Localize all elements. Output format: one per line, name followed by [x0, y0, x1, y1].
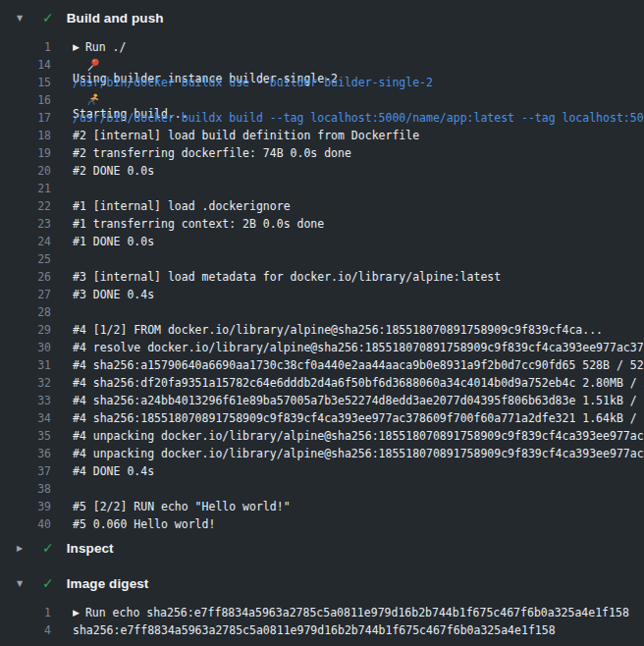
- line-number[interactable]: 28: [0, 305, 51, 319]
- line-number[interactable]: 18: [0, 129, 51, 142]
- log-line: 33 #4 sha256:a24bb4013296f61e89ba57005a7…: [0, 392, 644, 409]
- success-check-icon: ✓: [42, 540, 54, 556]
- line-number[interactable]: 31: [0, 358, 51, 372]
- log-text: #4 sha256:a15790640a6690aa1730c38cf0a440…: [73, 358, 644, 372]
- line-number[interactable]: 22: [0, 199, 51, 213]
- log-text: #5 0.060 Hello world!: [73, 517, 215, 531]
- line-content: #4 resolve docker.io/library/alpine@sha2…: [73, 341, 644, 354]
- line-content: #1 DONE 0.0s: [73, 235, 644, 248]
- log-block: 1 ▶Run echo sha256:e7ff8834a5963a2785c5a…: [0, 604, 644, 639]
- line-content: #4 sha256:a15790640a6690aa1730c38cf0a440…: [73, 358, 644, 372]
- success-check-icon: ✓: [42, 575, 54, 591]
- log-text: #4 unpacking docker.io/library/alpine@sh…: [73, 429, 644, 443]
- line-content: #4 sha256:a24bb4013296f61e89ba57005a7b3e…: [73, 394, 644, 407]
- log-text: #2 transferring dockerfile: 74B 0.0s don…: [73, 146, 351, 160]
- line-number[interactable]: 20: [0, 164, 51, 178]
- log-text: #2 [internal] load build definition from…: [73, 129, 419, 142]
- line-number[interactable]: 33: [0, 394, 51, 407]
- log-text: #5 [2/2] RUN echo "Hello world!": [73, 500, 291, 513]
- line-number[interactable]: 1: [0, 606, 51, 619]
- chevron-down-icon[interactable]: ▼: [17, 14, 28, 23]
- line-number[interactable]: 34: [0, 411, 51, 425]
- line-number[interactable]: 26: [0, 270, 51, 284]
- log-line: 1 ▶Run echo sha256:e7ff8834a5963a2785c5a…: [0, 604, 644, 621]
- log-line: 37 #4 DONE 0.4s: [0, 462, 644, 480]
- log-line: 31 #4 sha256:a15790640a6690aa1730c38cf0a…: [0, 356, 644, 374]
- log-line: 39 #5 [2/2] RUN echo "Hello world!": [0, 498, 644, 515]
- line-number[interactable]: 40: [0, 517, 51, 531]
- line-number[interactable]: 1: [0, 40, 51, 54]
- line-content: #3 DONE 0.4s: [73, 288, 644, 301]
- log-line: 25: [0, 250, 644, 268]
- log-text: #4 sha256:a24bb4013296f61e89ba57005a7b3e…: [73, 394, 644, 407]
- line-number[interactable]: 4: [0, 623, 51, 637]
- log-line: 21: [0, 180, 644, 197]
- log-line: 17 /usr/bin/docker buildx build --tag lo…: [0, 109, 644, 127]
- line-number[interactable]: 27: [0, 288, 51, 301]
- line-number[interactable]: 17: [0, 111, 51, 125]
- log-line: 24 #1 DONE 0.0s: [0, 233, 644, 250]
- log-text: #3 [internal] load metadata for docker.i…: [73, 270, 501, 284]
- chevron-right-icon[interactable]: ▶: [17, 544, 28, 553]
- line-content: #1 transferring context: 2B 0.0s done: [73, 217, 644, 231]
- line-number[interactable]: 24: [0, 235, 51, 248]
- success-check-icon: ✓: [42, 10, 54, 26]
- line-content: #3 [internal] load metadata for docker.i…: [73, 270, 644, 284]
- line-number[interactable]: 35: [0, 429, 51, 443]
- log-text: #4 [1/2] FROM docker.io/library/alpine@s…: [73, 323, 603, 337]
- log-line: 23 #1 transferring context: 2B 0.0s done: [0, 215, 644, 233]
- line-content: #2 [internal] load build definition from…: [73, 129, 644, 142]
- log-line: 26 #3 [internal] load metadata for docke…: [0, 268, 644, 286]
- log-text: #1 transferring context: 2B 0.0s done: [73, 217, 324, 231]
- line-content: #4 sha256:df20fa9351a15782c64e6dddb2d4a6…: [73, 376, 644, 390]
- line-number[interactable]: 15: [0, 76, 51, 89]
- log-line: 22 #1 [internal] load .dockerignore: [0, 197, 644, 215]
- log-line: 4 sha256:e7ff8834a5963a2785c5a0811e979d1…: [0, 621, 644, 639]
- line-content: #4 unpacking docker.io/library/alpine@sh…: [73, 429, 644, 443]
- log-text: #2 DONE 0.0s: [73, 164, 154, 178]
- runner-icon: [86, 93, 100, 107]
- line-number[interactable]: 36: [0, 447, 51, 460]
- line-number[interactable]: 16: [0, 93, 51, 107]
- expand-command-icon[interactable]: ▶: [73, 608, 80, 618]
- line-content: #1 [internal] load .dockerignore: [73, 199, 644, 213]
- log-line: 34 #4 sha256:185518070891758909c9f839cf4…: [0, 409, 644, 427]
- line-number[interactable]: 32: [0, 376, 51, 390]
- line-number[interactable]: 39: [0, 500, 51, 513]
- log-line: 14 Using builder instance builder-single…: [0, 56, 644, 74]
- log-line: 20 #2 DONE 0.0s: [0, 162, 644, 180]
- section-build-and-push: ▼ ✓ Build and push 1 ▶Run ./ 14 Using bu…: [0, 3, 644, 533]
- section-title: Image digest: [67, 576, 149, 591]
- log-text: #4 DONE 0.4s: [73, 464, 154, 478]
- line-number[interactable]: 25: [0, 252, 51, 266]
- log-text: #1 DONE 0.0s: [73, 235, 154, 248]
- line-number[interactable]: 37: [0, 464, 51, 478]
- log-block: 1 ▶Run ./ 14 Using builder instance buil…: [0, 38, 644, 533]
- line-number[interactable]: 38: [0, 482, 51, 496]
- log-text: Run echo sha256:e7ff8834a5963a2785c5a081…: [85, 606, 629, 619]
- log-line: 35 #4 unpacking docker.io/library/alpine…: [0, 427, 644, 445]
- log-line: 36 #4 unpacking docker.io/library/alpine…: [0, 445, 644, 462]
- section-image-digest: ▼ ✓ Image digest 1 ▶Run echo sha256:e7ff…: [0, 568, 644, 639]
- section-header-build-and-push[interactable]: ▼ ✓ Build and push: [0, 3, 644, 32]
- line-content: sha256:e7ff8834a5963a2785c5a0811e979d16b…: [73, 623, 644, 637]
- line-number[interactable]: 29: [0, 323, 51, 337]
- section-title: Inspect: [67, 541, 114, 556]
- line-content: #5 0.060 Hello world!: [73, 517, 644, 531]
- section-header-inspect[interactable]: ▶ ✓ Inspect: [0, 533, 644, 563]
- log-line: 30 #4 resolve docker.io/library/alpine@s…: [0, 339, 644, 356]
- line-number[interactable]: 21: [0, 182, 51, 195]
- log-line: 19 #2 transferring dockerfile: 74B 0.0s …: [0, 144, 644, 162]
- log-text: #4 sha256:df20fa9351a15782c64e6dddb2d4a6…: [73, 376, 644, 390]
- section-header-image-digest[interactable]: ▼ ✓ Image digest: [0, 568, 644, 598]
- line-number[interactable]: 30: [0, 341, 51, 354]
- line-content: #4 [1/2] FROM docker.io/library/alpine@s…: [73, 323, 644, 337]
- section-inspect: ▶ ✓ Inspect: [0, 533, 644, 563]
- chevron-down-icon[interactable]: ▼: [17, 579, 28, 588]
- line-number[interactable]: 23: [0, 217, 51, 231]
- line-content: ▶Run echo sha256:e7ff8834a5963a2785c5a08…: [73, 606, 644, 619]
- expand-command-icon[interactable]: ▶: [73, 42, 80, 52]
- line-content: #5 [2/2] RUN echo "Hello world!": [73, 500, 644, 513]
- line-number[interactable]: 14: [0, 58, 51, 72]
- line-number[interactable]: 19: [0, 146, 51, 160]
